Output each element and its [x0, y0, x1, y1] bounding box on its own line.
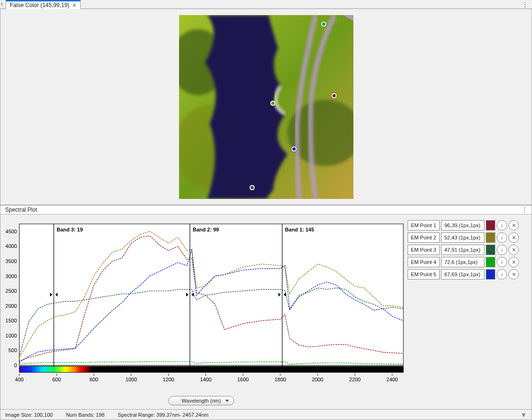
- svg-text:2500: 2500: [6, 288, 17, 294]
- status-bar: Image Size: 100,100 Num Bands: 198 Spect…: [0, 410, 532, 420]
- svg-text:2200: 2200: [349, 377, 360, 382]
- svg-text:Band 3: 19: Band 3: 19: [57, 227, 83, 232]
- svg-text:Band 2: 99: Band 2: 99: [193, 227, 219, 232]
- svg-text:1200: 1200: [163, 377, 174, 382]
- em-point-list: EM Point 196,39 (1px,1px)i✕EM Point 252,…: [406, 214, 532, 409]
- em-point-name: EM Point 4: [408, 257, 440, 267]
- close-icon[interactable]: ✕: [72, 2, 76, 8]
- delete-icon[interactable]: ✕: [508, 269, 519, 280]
- info-icon[interactable]: i: [497, 245, 507, 255]
- svg-text:500: 500: [8, 347, 17, 353]
- kebab-menu-icon[interactable]: ⋮: [522, 1, 528, 8]
- svg-text:400: 400: [15, 377, 24, 382]
- delete-icon[interactable]: ✕: [508, 257, 519, 267]
- spectral-chart[interactable]: 0500100015002000250030003500400045004006…: [0, 214, 406, 409]
- em-point-marker[interactable]: [270, 100, 276, 106]
- em-point-coords: 72,6 (1px,1px): [441, 257, 484, 267]
- em-point-row: EM Point 347,91 (1px,1px)i✕: [408, 245, 527, 255]
- delete-icon[interactable]: ✕: [508, 220, 519, 231]
- drag-handle-icon[interactable]: [1, 0, 5, 8]
- em-point-color-swatch[interactable]: [486, 257, 495, 267]
- svg-text:3000: 3000: [6, 273, 17, 279]
- tab-bar: False Color (145,99,19) ✕ ⋮: [0, 0, 532, 9]
- svg-text:1600: 1600: [237, 377, 249, 382]
- status-image-size: Image Size: 100,100: [5, 412, 53, 418]
- em-point-row: EM Point 196,39 (1px,1px)i✕: [408, 220, 527, 231]
- em-point-row: EM Point 252,43 (1px,1px)i✕: [408, 232, 527, 243]
- x-axis-dropdown[interactable]: Wavelength (nm): [168, 396, 234, 405]
- svg-text:800: 800: [90, 377, 98, 382]
- em-point-name: EM Point 2: [408, 232, 440, 243]
- em-point-row: EM Point 567,69 (1px,1px)i✕: [408, 269, 527, 280]
- svg-text:0: 0: [14, 362, 17, 368]
- info-icon[interactable]: i: [497, 269, 507, 280]
- em-point-name: EM Point 5: [408, 269, 440, 280]
- spectral-plot-title: Spectral Plot: [5, 206, 37, 213]
- kebab-menu-icon[interactable]: ⋮: [521, 206, 528, 213]
- em-point-coords: 47,91 (1px,1px): [441, 245, 484, 255]
- svg-text:1400: 1400: [200, 377, 211, 382]
- delete-icon[interactable]: ✕: [508, 245, 519, 255]
- status-spectral-range: Spectral Range: 399.37nm- 2457.24nm: [118, 412, 209, 418]
- delete-icon[interactable]: ✕: [508, 232, 519, 243]
- svg-rect-4: [19, 224, 403, 365]
- status-num-bands: Num Bands: 198: [66, 412, 105, 418]
- svg-text:2000: 2000: [6, 303, 17, 309]
- em-point-row: EM Point 472,6 (1px,1px)i✕: [408, 257, 527, 267]
- em-point-marker[interactable]: [291, 147, 296, 152]
- info-icon[interactable]: i: [497, 257, 507, 267]
- em-point-coords: 52,43 (1px,1px): [441, 232, 484, 243]
- false-color-image[interactable]: [179, 15, 353, 199]
- dropdown-label: Wavelength (nm): [181, 398, 221, 404]
- em-point-name: EM Point 3: [408, 245, 440, 255]
- spectral-plot-header: Spectral Plot ⋮: [0, 205, 532, 214]
- tab-false-color[interactable]: False Color (145,99,19) ✕: [6, 0, 81, 9]
- em-point-coords: 67,69 (1px,1px): [441, 269, 484, 280]
- svg-text:600: 600: [52, 377, 61, 382]
- svg-text:1000: 1000: [125, 377, 137, 382]
- svg-text:2000: 2000: [312, 377, 323, 382]
- svg-text:2400: 2400: [386, 377, 398, 382]
- em-point-color-swatch[interactable]: [486, 220, 495, 231]
- svg-text:4000: 4000: [6, 243, 17, 249]
- image-viewer-pane: [0, 9, 532, 205]
- em-point-color-swatch[interactable]: [486, 232, 495, 243]
- svg-text:1500: 1500: [6, 318, 17, 323]
- spectral-plot-pane: 0500100015002000250030003500400045004006…: [0, 214, 532, 410]
- em-point-marker[interactable]: [331, 93, 336, 99]
- svg-text:4500: 4500: [6, 229, 17, 234]
- info-icon[interactable]: i: [497, 232, 507, 243]
- em-point-marker[interactable]: [321, 22, 326, 27]
- svg-text:1000: 1000: [6, 333, 17, 338]
- tab-title: False Color (145,99,19): [10, 2, 69, 8]
- em-point-coords: 96,39 (1px,1px): [441, 220, 484, 231]
- collapse-icon[interactable]: ▼: [520, 411, 527, 419]
- svg-text:3500: 3500: [6, 258, 17, 264]
- em-point-color-swatch[interactable]: [486, 245, 495, 255]
- svg-text:Band 1: 145: Band 1: 145: [285, 227, 314, 232]
- em-point-color-swatch[interactable]: [486, 269, 495, 280]
- em-point-marker[interactable]: [249, 185, 254, 190]
- em-point-name: EM Point 1: [408, 220, 440, 231]
- svg-text:1800: 1800: [275, 377, 286, 382]
- info-icon[interactable]: i: [497, 220, 507, 231]
- svg-rect-43: [19, 366, 403, 372]
